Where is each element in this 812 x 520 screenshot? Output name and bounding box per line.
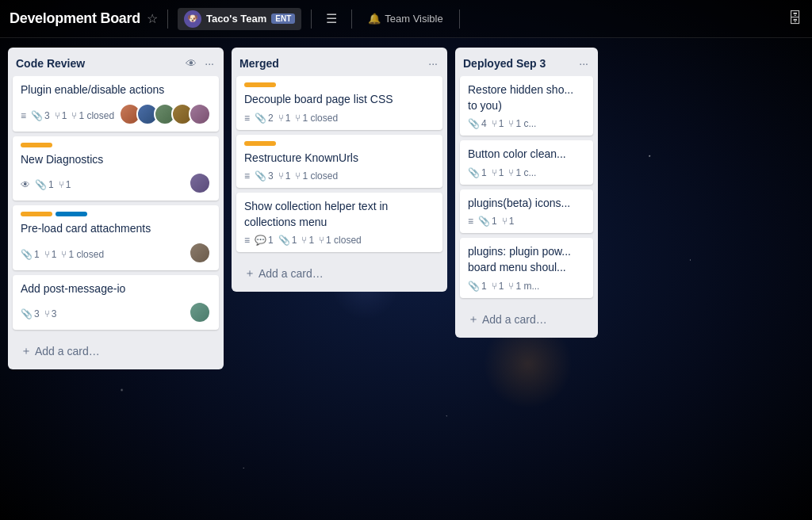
more-icon-merged[interactable]: ··· (427, 55, 439, 71)
meta-att: 📎 1 (278, 235, 297, 246)
visibility-button[interactable]: 🔔 Team Visible (362, 10, 449, 27)
team-button[interactable]: 🐶 Taco's Team ENT (178, 8, 301, 30)
meta-closed: ⑂ 1 closed (295, 170, 338, 182)
card-d3[interactable]: plugins(beta) icons... ≡ 📎 1 ⑂ 1 (460, 189, 593, 234)
attachment-icon: 📎 (21, 308, 33, 319)
card-title-cr3: Pre-load card attachments (21, 221, 211, 237)
github-icon: ⑂ (301, 235, 307, 246)
meta-description: ≡ (21, 110, 26, 121)
github-icon: ⑂ (278, 113, 284, 124)
card-cr4[interactable]: Add post-message-io 📎 3 ⑂ 3 (13, 275, 219, 331)
card-title-d3: plugins(beta) icons... (468, 196, 585, 212)
label-yellow (21, 212, 52, 216)
card-title-d2: Button color clean... (468, 147, 585, 162)
add-card-button-deployed[interactable]: ＋ Add a card… (462, 308, 592, 331)
board-title: Development Board (10, 10, 140, 27)
meta-att: 📎 2 (255, 113, 274, 124)
card-meta-cr3: 📎 1 ⑂ 1 ⑂ 1 closed (21, 249, 104, 260)
card-footer-cr1: ≡ 📎 3 ⑂ 1 ⑂ 1 closed (21, 103, 211, 125)
menu-icon[interactable]: ☰ (321, 8, 342, 29)
meta-closed: ⑂ 1 c... (508, 118, 536, 129)
card-m3[interactable]: Show collection helper text in collectio… (236, 193, 442, 252)
meta-att: 📎 1 (35, 179, 54, 190)
label-yellow (244, 141, 276, 146)
plus-icon: ＋ (21, 344, 32, 358)
github-icon: ⑂ (59, 179, 64, 190)
description-icon: ≡ (244, 170, 250, 182)
add-card-label: Add a card… (259, 267, 324, 280)
card-cr3[interactable]: Pre-load card attachments 📎 1 ⑂ 1 ⑂ 1 cl… (13, 205, 219, 270)
meta-watch: 👁 (21, 179, 30, 190)
description-icon: ≡ (244, 235, 250, 246)
description-icon: ≡ (244, 113, 250, 124)
cabinet-icon[interactable]: 🗄 (788, 10, 802, 27)
meta-att: 📎 1 (468, 167, 487, 178)
eye-icon: 👁 (21, 179, 30, 190)
github-icon: ⑂ (502, 216, 508, 227)
card-cr2[interactable]: New Diagnostics 👁 📎 1 ⑂ 1 (13, 136, 219, 201)
list-header-icons-merged: ··· (427, 55, 439, 71)
label-blue (56, 212, 87, 216)
github-icon: ⑂ (492, 167, 497, 178)
meta-github: ⑂ 1 (59, 179, 71, 190)
add-card-button-code-review[interactable]: ＋ Add a card… (14, 339, 217, 363)
card-m1[interactable]: Decouple board page list CSS ≡ 📎 2 ⑂ 1 ⑂… (236, 76, 442, 130)
eye-icon[interactable]: 👁 (184, 55, 198, 71)
card-cr1[interactable]: Plugin enable/disable actions ≡ 📎 3 ⑂ 1 … (13, 76, 219, 132)
card-meta-d1: 📎 4 ⑂ 1 ⑂ 1 c... (468, 118, 585, 129)
star-icon[interactable]: ☆ (147, 11, 158, 26)
card-title-cr4: Add post-message-io (21, 281, 211, 297)
card-labels-cr2 (21, 143, 211, 147)
list-header-deployed: Deployed Sep 3 ··· (455, 48, 598, 76)
meta-desc: ≡ (244, 235, 250, 246)
attachment-icon: 📎 (478, 216, 490, 227)
meta-attachments: 📎 3 (31, 110, 50, 121)
branch-icon: ⑂ (319, 235, 324, 246)
meta-closed: ⑂ 1 m... (508, 281, 539, 292)
card-meta-m3: ≡ 💬 1 📎 1 ⑂ 1 ⑂ 1 closed (244, 235, 435, 246)
more-icon[interactable]: ··· (203, 55, 216, 71)
card-meta-m1: ≡ 📎 2 ⑂ 1 ⑂ 1 closed (244, 113, 435, 124)
meta-att: 📎 1 (21, 249, 40, 260)
card-d4[interactable]: plugins: plugin pow...board menu shoul..… (460, 238, 593, 297)
card-d2[interactable]: Button color clean... 📎 1 ⑂ 1 ⑂ 1 c... (460, 140, 593, 185)
card-title-m2: Restructure KnownUrls (244, 151, 435, 166)
visibility-icon: 🔔 (368, 13, 381, 25)
card-footer-cr3: 📎 1 ⑂ 1 ⑂ 1 closed (21, 242, 211, 264)
meta-github: ⑂ 1 (278, 113, 291, 124)
description-icon: ≡ (21, 110, 26, 121)
header-divider-1 (167, 10, 168, 29)
add-card-deployed: ＋ Add a card… (455, 303, 598, 338)
list-header-icons-deployed: ··· (577, 55, 590, 71)
card-m2[interactable]: Restructure KnownUrls ≡ 📎 3 ⑂ 1 ⑂ 1 clos… (236, 135, 442, 189)
branch-icon: ⑂ (61, 249, 67, 260)
avatar (189, 103, 211, 125)
attachment-icon: 📎 (35, 179, 47, 190)
meta-closed: ⑂ 1 c... (508, 167, 536, 178)
comment-icon: 💬 (255, 235, 266, 246)
card-labels-cr3 (21, 212, 211, 216)
card-d1[interactable]: Restore hidden sho...to you) 📎 4 ⑂ 1 ⑂ 1… (460, 76, 593, 136)
list-code-review: Code Review 👁 ··· Plugin enable/disable … (8, 48, 224, 369)
meta-comment: 💬 1 (255, 235, 274, 246)
plus-icon: ＋ (468, 312, 479, 327)
list-title-code-review: Code Review (16, 57, 184, 70)
avatars-cr1 (119, 103, 211, 125)
meta-closed: ⑂ 1 closed (71, 110, 114, 121)
meta-att: 📎 1 (468, 281, 487, 292)
meta-closed: ⑂ 1 closed (61, 249, 104, 260)
plus-icon: ＋ (244, 266, 255, 281)
meta-github: ⑂ 1 (301, 235, 314, 246)
avatars-cr4 (189, 301, 211, 323)
label-yellow (244, 82, 276, 87)
avatar (189, 172, 211, 194)
more-icon-deployed[interactable]: ··· (577, 55, 590, 71)
meta-att: 📎 4 (468, 118, 487, 129)
card-title-d1: Restore hidden sho...to you) (468, 82, 585, 113)
card-title-m3: Show collection helper text in collectio… (244, 199, 435, 230)
card-meta-d4: 📎 1 ⑂ 1 ⑂ 1 m... (468, 281, 585, 292)
meta-github: ⑂ 1 (502, 216, 515, 227)
add-card-button-merged[interactable]: ＋ Add a card… (238, 262, 441, 285)
meta-github: ⑂ 1 (492, 118, 504, 129)
attachment-icon: 📎 (468, 167, 480, 178)
